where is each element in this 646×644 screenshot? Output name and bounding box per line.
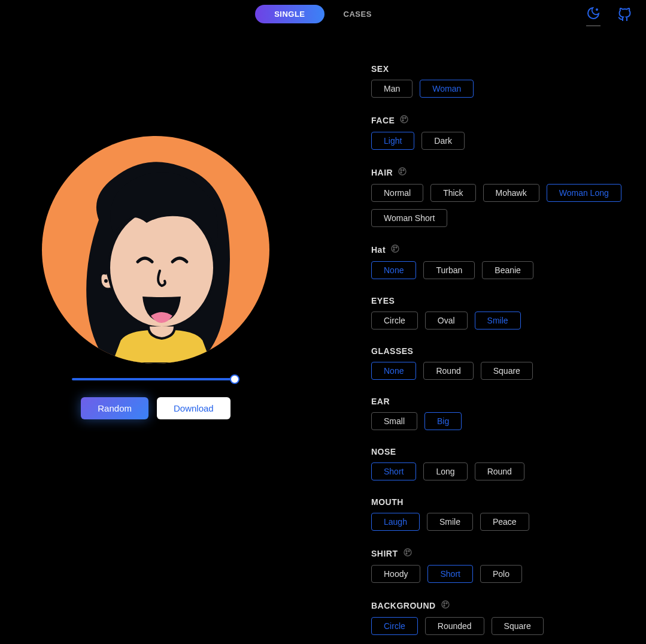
palette-icon[interactable] — [441, 600, 450, 609]
option-round[interactable]: Round — [475, 462, 524, 480]
section-title-text: NOSE — [371, 447, 396, 456]
option-round[interactable]: Round — [423, 362, 473, 380]
palette-button[interactable] — [441, 600, 450, 611]
slider-thumb[interactable] — [230, 374, 239, 384]
moon-icon — [586, 6, 600, 20]
svg-point-4 — [402, 117, 404, 119]
github-icon — [617, 8, 632, 22]
option-woman[interactable]: Woman — [420, 80, 474, 98]
section-eyes: EYESCircleOvalSmile — [371, 296, 622, 329]
options: CircleOvalSmile — [371, 312, 622, 329]
palette-icon[interactable] — [390, 244, 400, 253]
svg-point-8 — [401, 170, 402, 171]
options: NoneRoundSquare — [371, 362, 622, 380]
option-smile[interactable]: Smile — [427, 513, 473, 531]
palette-button[interactable] — [390, 244, 400, 255]
option-woman-short[interactable]: Woman Short — [371, 209, 447, 227]
section-title-text: GLASSES — [371, 346, 413, 356]
section-title: EAR — [371, 397, 622, 406]
svg-point-14 — [393, 249, 395, 250]
option-circle[interactable]: Circle — [371, 617, 418, 635]
option-rounded[interactable]: Rounded — [425, 617, 484, 635]
option-none[interactable]: None — [371, 261, 416, 279]
section-title-text: SHIRT — [371, 549, 398, 558]
svg-point-19 — [442, 601, 449, 608]
option-none[interactable]: None — [371, 362, 416, 380]
palette-button[interactable] — [403, 548, 413, 559]
option-long[interactable]: Long — [423, 462, 467, 480]
section-shirt: SHIRTHoodyShortPolo — [371, 548, 622, 583]
section-title-text: HAIR — [371, 168, 393, 177]
option-dark[interactable]: Dark — [421, 132, 465, 150]
option-square[interactable]: Square — [492, 617, 544, 635]
option-turban[interactable]: Turban — [423, 261, 475, 279]
section-title: SEX — [371, 64, 622, 74]
download-button[interactable]: Download — [157, 397, 231, 419]
random-button[interactable]: Random — [81, 397, 148, 419]
option-big[interactable]: Big — [424, 412, 462, 430]
section-title-text: SEX — [371, 64, 389, 74]
palette-icon[interactable] — [399, 114, 409, 124]
option-woman-long[interactable]: Woman Long — [547, 184, 621, 202]
option-light[interactable]: Light — [371, 132, 414, 150]
option-small[interactable]: Small — [371, 412, 417, 430]
slider-track — [72, 378, 239, 380]
size-slider[interactable] — [72, 378, 239, 380]
option-oval[interactable]: Oval — [425, 312, 468, 329]
option-short[interactable]: Short — [427, 565, 472, 583]
svg-point-6 — [402, 120, 404, 121]
section-background: BACKGROUNDCircleRoundedSquare — [371, 600, 622, 635]
svg-point-13 — [396, 247, 397, 248]
main: Random Download SEXManWomanFACELightDark… — [0, 28, 646, 644]
options: LaughSmilePeace — [371, 513, 622, 531]
svg-point-12 — [393, 247, 395, 248]
section-title-text: EYES — [371, 296, 395, 306]
option-beanie[interactable]: Beanie — [482, 261, 533, 279]
right-panel: SEXManWomanFACELightDarkHAIRNormalThickM… — [335, 64, 622, 644]
svg-point-11 — [392, 245, 399, 252]
section-title: FACE — [371, 114, 622, 126]
section-face: FACELightDark — [371, 114, 622, 150]
theme-toggle[interactable] — [586, 6, 600, 26]
option-laugh[interactable]: Laugh — [371, 513, 420, 531]
options: SmallBig — [371, 412, 622, 430]
options: ShortLongRound — [371, 462, 622, 480]
options: HoodyShortPolo — [371, 565, 622, 583]
palette-button[interactable] — [398, 167, 407, 178]
section-title: Hat — [371, 244, 622, 255]
palette-icon[interactable] — [403, 548, 413, 557]
option-polo[interactable]: Polo — [480, 565, 522, 583]
svg-point-18 — [406, 553, 407, 554]
option-man[interactable]: Man — [371, 80, 413, 98]
action-buttons: Random Download — [81, 397, 230, 419]
svg-point-2 — [104, 279, 108, 283]
github-link[interactable] — [617, 8, 632, 25]
svg-point-20 — [444, 603, 445, 604]
options: ManWoman — [371, 80, 622, 98]
tab-single[interactable]: SINGLE — [255, 5, 324, 23]
section-title: HAIR — [371, 167, 622, 178]
option-hoody[interactable]: Hoody — [371, 565, 420, 583]
section-title-text: EAR — [371, 397, 390, 406]
option-short[interactable]: Short — [371, 462, 416, 480]
tabs: SINGLE CASES — [255, 5, 391, 23]
option-smile[interactable]: Smile — [475, 312, 521, 329]
avatar-preview — [42, 136, 269, 364]
section-title-text: FACE — [371, 116, 395, 125]
svg-point-10 — [401, 172, 402, 173]
svg-point-9 — [403, 170, 404, 171]
option-mohawk[interactable]: Mohawk — [483, 184, 539, 202]
svg-point-21 — [446, 603, 447, 604]
option-thick[interactable]: Thick — [430, 184, 475, 202]
option-peace[interactable]: Peace — [480, 513, 529, 531]
tab-cases[interactable]: CASES — [324, 5, 391, 23]
svg-point-17 — [408, 551, 410, 552]
option-circle[interactable]: Circle — [371, 312, 418, 329]
option-square[interactable]: Square — [481, 362, 533, 380]
palette-button[interactable] — [399, 114, 409, 126]
left-panel: Random Download — [24, 64, 287, 644]
option-normal[interactable]: Normal — [371, 184, 423, 202]
avatar-svg — [42, 136, 269, 364]
section-title: SHIRT — [371, 548, 622, 559]
palette-icon[interactable] — [398, 167, 407, 176]
